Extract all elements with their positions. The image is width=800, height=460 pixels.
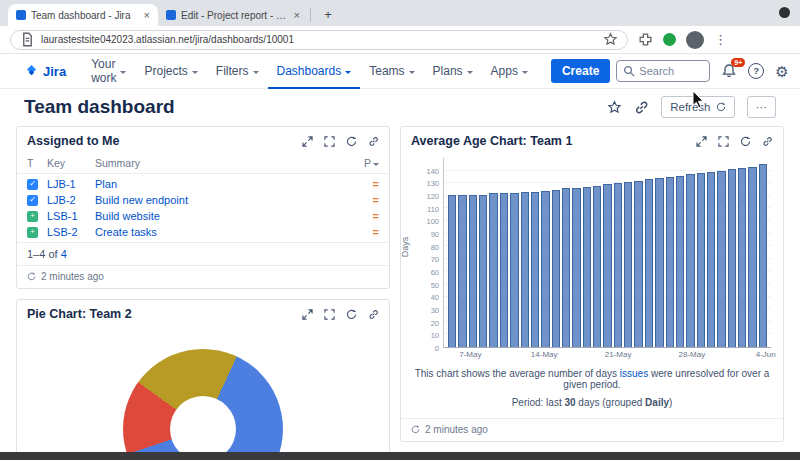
refresh-icon[interactable] bbox=[346, 309, 357, 320]
issues-link[interactable]: issues bbox=[620, 368, 648, 379]
gadget-actions bbox=[302, 136, 379, 147]
y-tick-label: 60 bbox=[431, 268, 439, 277]
bar bbox=[728, 169, 736, 347]
nav-right-cluster: 9+ ? ⚙ bbox=[616, 60, 800, 82]
issue-summary-link[interactable]: Create tasks bbox=[95, 226, 357, 238]
fullscreen-icon[interactable] bbox=[324, 309, 335, 320]
bar bbox=[748, 167, 756, 347]
link-icon[interactable] bbox=[368, 136, 379, 147]
star-icon[interactable] bbox=[607, 100, 622, 115]
bar bbox=[593, 186, 601, 347]
tab-title: Edit - Project report - Laura... bbox=[181, 10, 289, 21]
issue-summary-link[interactable]: Build website bbox=[95, 210, 357, 222]
y-tick-label: 20 bbox=[431, 318, 439, 327]
copy-link-icon[interactable] bbox=[634, 100, 649, 115]
url-bar[interactable]: laurastestsite042023.atlassian.net/jira/… bbox=[10, 30, 628, 50]
settings-gear-icon[interactable]: ⚙ bbox=[775, 64, 788, 79]
nav-item-your-work[interactable]: Your work bbox=[82, 54, 135, 89]
issue-row[interactable]: ✓LJB-2Build new endpoint= bbox=[27, 192, 379, 208]
nav-item-projects[interactable]: Projects bbox=[135, 54, 206, 89]
chevron-down-icon bbox=[467, 71, 473, 74]
caption-text: This chart shows the average number of d… bbox=[415, 368, 620, 379]
search-box[interactable] bbox=[616, 60, 710, 82]
new-tab-button[interactable]: + bbox=[319, 5, 337, 23]
x-tick-label: 7-May bbox=[459, 350, 481, 359]
expand-icon[interactable] bbox=[302, 136, 313, 147]
bar bbox=[614, 183, 622, 347]
tab-close-icon[interactable]: × bbox=[144, 10, 150, 21]
refresh-icon[interactable] bbox=[27, 272, 36, 281]
nav-item-apps[interactable]: Apps bbox=[482, 54, 537, 89]
extension-icon[interactable] bbox=[663, 33, 676, 46]
pagination-total-link[interactable]: 4 bbox=[61, 248, 67, 260]
tab-title: Team dashboard - Jira bbox=[31, 10, 139, 21]
issue-summary-link[interactable]: Plan bbox=[95, 178, 357, 190]
gadget-header: Average Age Chart: Team 1 bbox=[401, 127, 783, 154]
bar-chart: Days 0102030405060708090100110120130140 … bbox=[401, 154, 783, 348]
link-icon[interactable] bbox=[762, 136, 773, 147]
bar bbox=[645, 179, 653, 347]
y-tick-label: 90 bbox=[431, 230, 439, 239]
browser-tab-inactive[interactable]: Edit - Project report - Laura... × bbox=[158, 4, 308, 26]
refresh-icon[interactable] bbox=[411, 425, 420, 434]
column-summary[interactable]: Summary bbox=[95, 157, 357, 169]
pagination: 1–4 of 4 bbox=[17, 242, 389, 265]
nav-item-dashboards[interactable]: Dashboards bbox=[268, 54, 361, 89]
gadget-header: Assigned to Me bbox=[17, 127, 389, 154]
notifications-bell-icon[interactable]: 9+ bbox=[721, 63, 737, 79]
issue-row[interactable]: +LSB-1Build website= bbox=[27, 208, 379, 224]
y-tick-label: 130 bbox=[426, 179, 439, 188]
expand-icon[interactable] bbox=[302, 309, 313, 320]
browser-profile-avatar[interactable] bbox=[686, 31, 704, 49]
bar-plot: 7-May14-May21-May28-May4-Jun bbox=[443, 158, 771, 348]
browser-menu-icon[interactable]: ⋮ bbox=[714, 32, 727, 47]
expand-icon[interactable] bbox=[696, 136, 707, 147]
y-tick-label: 140 bbox=[426, 166, 439, 175]
issue-row[interactable]: ✓LJB-1Plan= bbox=[27, 176, 379, 192]
bar bbox=[603, 184, 611, 347]
fullscreen-icon[interactable] bbox=[718, 136, 729, 147]
y-axis-label: Days bbox=[400, 237, 410, 258]
fullscreen-icon[interactable] bbox=[324, 136, 335, 147]
bar bbox=[552, 190, 560, 348]
bar bbox=[572, 188, 580, 347]
issue-type-icon: ✓ bbox=[27, 179, 38, 190]
jira-logo[interactable]: Jira bbox=[24, 64, 66, 79]
more-options-button[interactable]: ··· bbox=[747, 96, 777, 118]
nav-item-filters[interactable]: Filters bbox=[207, 54, 268, 89]
nav-item-plans[interactable]: Plans bbox=[424, 54, 482, 89]
issue-key-link[interactable]: LJB-2 bbox=[47, 194, 95, 206]
bar bbox=[624, 182, 632, 347]
issue-type-icon: ✓ bbox=[27, 195, 38, 206]
issue-key-link[interactable]: LSB-2 bbox=[47, 226, 95, 238]
issue-key-link[interactable]: LSB-1 bbox=[47, 210, 95, 222]
issue-key-link[interactable]: LJB-1 bbox=[47, 178, 95, 190]
page-info-icon[interactable] bbox=[20, 32, 35, 47]
column-priority[interactable]: P bbox=[357, 157, 379, 169]
bookmark-star-icon[interactable] bbox=[603, 32, 618, 47]
create-button[interactable]: Create bbox=[551, 59, 610, 83]
help-icon[interactable]: ? bbox=[748, 63, 764, 79]
nav-item-teams[interactable]: Teams bbox=[360, 54, 423, 89]
refresh-icon[interactable] bbox=[346, 136, 357, 147]
issue-row[interactable]: +LSB-2Create tasks= bbox=[27, 224, 379, 240]
issue-summary-link[interactable]: Build new endpoint bbox=[95, 194, 357, 206]
tab-close-icon[interactable]: × bbox=[294, 10, 300, 21]
y-tick-label: 10 bbox=[431, 331, 439, 340]
column-key[interactable]: Key bbox=[47, 157, 95, 169]
bar bbox=[500, 193, 508, 347]
link-icon[interactable] bbox=[368, 309, 379, 320]
chart-body: 0102030405060708090100110120130140 7-May… bbox=[419, 158, 771, 348]
browser-tab-active[interactable]: Team dashboard - Jira × bbox=[8, 4, 158, 26]
browser-tabstrip: Team dashboard - Jira × Edit - Project r… bbox=[0, 0, 800, 26]
bar bbox=[655, 178, 663, 347]
extensions-puzzle-icon[interactable] bbox=[638, 32, 653, 47]
bar bbox=[686, 174, 694, 347]
refresh-icon[interactable] bbox=[740, 136, 751, 147]
chevron-down-icon bbox=[522, 71, 528, 74]
column-type[interactable]: T bbox=[27, 157, 47, 169]
chart-period: Period: last 30 days (grouped Daily) bbox=[401, 397, 783, 408]
tab-divider bbox=[310, 8, 311, 22]
search-input[interactable] bbox=[639, 65, 699, 77]
bar bbox=[634, 181, 642, 347]
